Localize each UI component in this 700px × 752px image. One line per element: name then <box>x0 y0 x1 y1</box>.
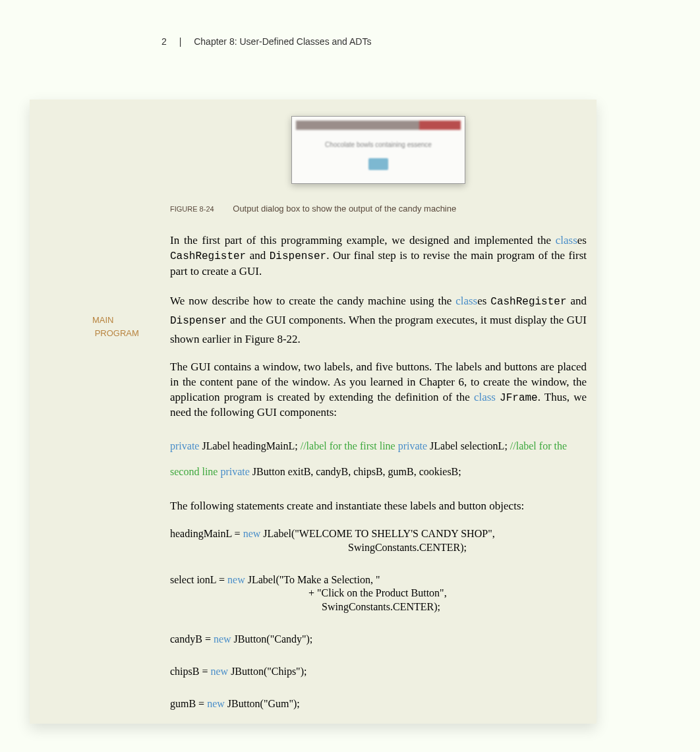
figure-dialog-box: Chocolate bowls containing essence <box>291 116 465 184</box>
dialog-message: Chocolate bowls containing essence <box>296 141 461 148</box>
main-text-column: Chocolate bowls containing essence FIGUR… <box>170 100 597 724</box>
paragraph-1: In the first part of this programming ex… <box>170 233 587 279</box>
content-block: MAIN PROGRAM Chocolate bowls containing … <box>30 100 597 724</box>
figure-caption: FIGURE 8-24 Output dialog box to show th… <box>170 204 587 214</box>
code-gum-b: gumB = new JButton("Gum"); <box>170 697 587 711</box>
code-heading-main: headingMainL = new JLabel("WELCOME TO SH… <box>170 527 587 555</box>
code-chips-b: chipsB = new JButton("Chips"); <box>170 665 587 679</box>
textbook-page: 2 | Chapter 8: User-Defined Classes and … <box>0 0 700 724</box>
paragraph-4: The following statements create and inst… <box>170 499 587 514</box>
section-label-line1: MAIN <box>92 315 114 325</box>
figure-label: FIGURE 8-24 <box>170 205 214 213</box>
page-header: 2 | Chapter 8: User-Defined Classes and … <box>161 36 700 47</box>
code-selection-l: select ionL = new JLabel("To Make a Sele… <box>170 573 587 614</box>
code-candy-b: candyB = new JButton("Candy"); <box>170 633 587 647</box>
dialog-ok-button <box>368 158 388 170</box>
paragraph-2: We now describe how to create the candy … <box>170 292 587 347</box>
dialog-titlebar <box>296 121 461 130</box>
figure-caption-text: Output dialog box to show the output of … <box>233 204 456 214</box>
page-number: 2 <box>161 36 167 47</box>
code-declarations: private JLabel headingMainL; //label for… <box>170 434 587 484</box>
chapter-title: Chapter 8: User-Defined Classes and ADTs <box>194 36 371 47</box>
paragraph-3: The GUI contains a window, two labels, a… <box>170 360 587 420</box>
section-label: MAIN PROGRAM <box>92 314 139 339</box>
dialog-body: Chocolate bowls containing essence <box>296 138 461 179</box>
header-divider: | <box>179 36 182 47</box>
section-label-line2: PROGRAM <box>95 328 139 338</box>
